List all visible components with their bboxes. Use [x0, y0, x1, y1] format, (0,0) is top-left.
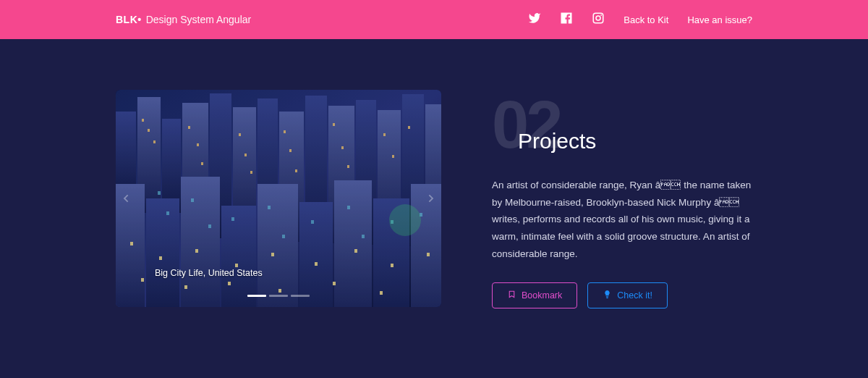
twitter-icon[interactable] [528, 12, 541, 28]
bookmark-icon [507, 290, 516, 301]
bulb-icon [603, 290, 612, 301]
button-row: Bookmark Check it! [492, 282, 752, 308]
brand[interactable]: BLK• Design System Angular [116, 14, 251, 25]
section-description: An artist of considerable range, Ryan â… [492, 177, 752, 262]
content-column: 02 Projects An artist of considerable ra… [492, 90, 752, 308]
indicator-3[interactable] [291, 295, 310, 297]
back-to-kit-link[interactable]: Back to Kit [624, 14, 668, 25]
svg-point-2 [600, 14, 602, 16]
carousel-prev[interactable] [116, 184, 136, 213]
instagram-icon[interactable] [592, 12, 605, 28]
check-label: Check it! [617, 290, 652, 301]
slide-caption: Big City Life, United States [155, 268, 263, 278]
carousel: Big City Life, United States [116, 90, 441, 307]
brand-rest: Design System Angular [146, 14, 252, 25]
nav-right: Back to Kit Have an issue? [528, 12, 752, 28]
bookmark-button[interactable]: Bookmark [492, 282, 577, 308]
heading-wrap: 02 Projects [492, 98, 752, 161]
carousel-next[interactable] [421, 184, 441, 213]
svg-point-1 [596, 16, 600, 20]
brand-bold: BLK• [116, 14, 142, 25]
facebook-icon[interactable] [560, 12, 573, 28]
section-title: Projects [518, 129, 596, 154]
check-button[interactable]: Check it! [587, 282, 668, 308]
indicator-1[interactable] [247, 295, 266, 297]
indicator-2[interactable] [269, 295, 288, 297]
main-section: Big City Life, United States 02 Projects… [0, 39, 868, 308]
navbar: BLK• Design System Angular Back to Kit H… [0, 0, 868, 39]
bookmark-label: Bookmark [522, 290, 562, 301]
have-issue-link[interactable]: Have an issue? [687, 14, 752, 25]
carousel-indicators [247, 295, 310, 297]
